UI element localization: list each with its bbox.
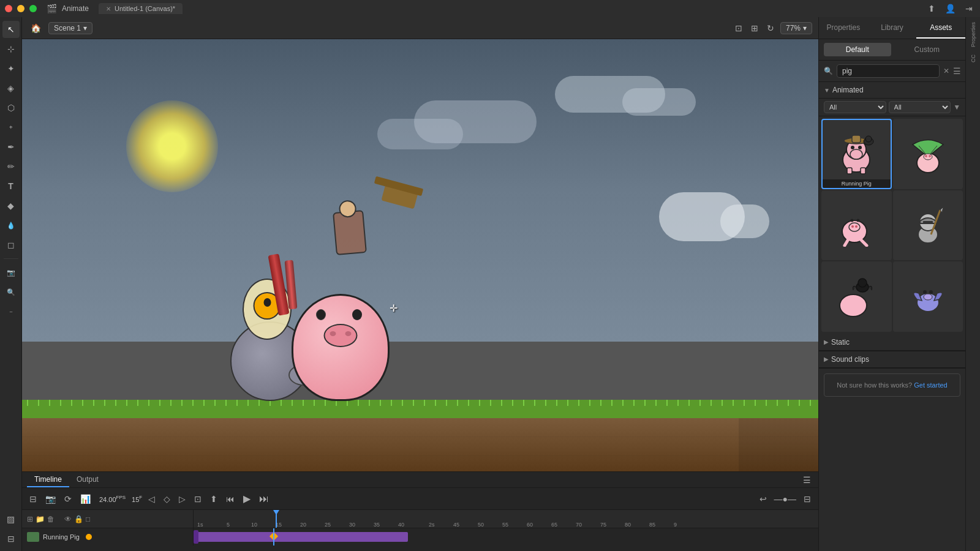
zoom-out-icon[interactable]: ⊟ [801, 493, 813, 505]
list-view-icon[interactable]: ☰ [953, 66, 961, 76]
sound-section-header[interactable]: ▶ Sound clips [819, 351, 965, 368]
prev-keyframe-icon[interactable]: ◁ [146, 493, 157, 505]
maximize-button[interactable] [29, 5, 37, 12]
export-tl-icon[interactable]: ⬆ [208, 493, 220, 505]
search-input[interactable] [837, 64, 940, 78]
default-toggle[interactable]: Default [824, 43, 891, 56]
tab-bar: ✕ Untitled-1 (Canvas)* [99, 3, 183, 14]
get-started-link[interactable]: Get started [914, 381, 947, 389]
layer-icon1[interactable]: ▨ [2, 511, 20, 528]
tab-close[interactable]: ✕ [106, 6, 111, 12]
chart-icon[interactable]: 📊 [78, 493, 93, 505]
delete-layer-icon[interactable]: 🗑 [47, 515, 55, 523]
main-layout: ↖ ⊹ ✦ ◈ ⬡ ⌖ ✒ ✏ T ◆ 💧 ◻ 📷 🔍 ··· ▨ ⊟ 🏠 Sc… [0, 17, 980, 551]
layer-icon2[interactable]: ⊟ [2, 530, 20, 547]
lock-icon[interactable]: 🔒 [74, 515, 83, 523]
3d-tool[interactable]: ⬡ [2, 99, 20, 116]
next-keyframe-icon[interactable]: ▷ [176, 493, 188, 505]
gradient-tool[interactable]: ◈ [2, 80, 20, 97]
pencil-tool[interactable]: ✏ [2, 158, 20, 175]
camera-tl-icon[interactable]: 📷 [43, 493, 58, 505]
cc-edge-icon[interactable]: CC [970, 54, 976, 62]
layers-icon[interactable]: ⊟ [27, 493, 39, 505]
rewind-icon[interactable]: ⏮ [224, 493, 237, 505]
home-icon[interactable]: 🏠 [28, 22, 43, 34]
track-bar[interactable] [194, 532, 408, 542]
sound-section: ▶ Sound clips [819, 351, 965, 369]
svg-point-32 [840, 294, 867, 317]
animated-section-title: Animated [832, 86, 864, 94]
eyedropper-tool[interactable]: 💧 [2, 217, 20, 234]
tab-properties[interactable]: Properties [819, 17, 868, 39]
zoom-dropdown-icon: ▾ [803, 24, 807, 32]
scene-selector[interactable]: Scene 1 ▾ [48, 22, 92, 34]
slider-icon[interactable]: —●— [772, 493, 799, 505]
add-keyframe-icon[interactable]: ◇ [161, 493, 173, 505]
timeline-track-area: ⊞ 📁 🗑 👁 🔒 □ 1s 5 10 [22, 510, 818, 551]
tab-output[interactable]: Output [69, 473, 106, 487]
fill-tool[interactable]: ◆ [2, 197, 20, 214]
snap-tl-icon[interactable]: ⊡ [192, 493, 204, 505]
camera-tool[interactable]: 📷 [2, 264, 20, 281]
rotate-icon[interactable]: ↻ [764, 22, 777, 34]
app-name: Animate [62, 4, 89, 13]
more-tools[interactable]: ··· [2, 303, 20, 320]
properties-edge-icon[interactable]: Properties [970, 22, 976, 47]
track-start-marker [194, 530, 198, 544]
svg-point-39 [929, 290, 933, 294]
undo-icon[interactable]: ↩ [757, 493, 769, 505]
filter-select-2[interactable]: All [889, 101, 951, 113]
tab-assets[interactable]: Assets [916, 17, 965, 39]
cloud-2 [622, 88, 696, 116]
svg-point-20 [849, 223, 860, 231]
text-tool[interactable]: T [2, 178, 20, 195]
filter-select-1[interactable]: All [824, 101, 886, 113]
document-tab[interactable]: ✕ Untitled-1 (Canvas)* [99, 3, 183, 14]
close-button[interactable] [5, 5, 12, 12]
share-icon[interactable]: ⬆ [925, 2, 938, 15]
select-tool[interactable]: ↖ [2, 21, 20, 38]
fps-value: 24.00FPS [99, 495, 126, 503]
lasso-tool[interactable]: ⌖ [2, 119, 20, 136]
tab-library[interactable]: Library [868, 17, 917, 39]
play-loop-icon[interactable]: ⏭ [257, 492, 271, 506]
grid-icon[interactable]: ⊞ [748, 22, 761, 34]
outline-icon[interactable]: □ [86, 515, 90, 523]
new-folder-icon[interactable]: 📁 [36, 515, 45, 523]
svg-point-22 [857, 219, 860, 222]
layer-thumbnail [27, 532, 39, 542]
track-content[interactable] [194, 528, 818, 545]
snap-icon[interactable]: ⊡ [733, 22, 745, 34]
animated-section-header[interactable]: ▼ Animated [819, 82, 965, 99]
asset-pig-6[interactable] [893, 261, 963, 332]
expand-icon[interactable]: ⇥ [963, 2, 975, 15]
custom-toggle[interactable]: Custom [894, 43, 961, 56]
asset-pig-4[interactable] [893, 190, 963, 261]
canvas-area[interactable]: ✛ [22, 39, 818, 471]
asset-pig-5[interactable] [821, 261, 892, 332]
static-section-header[interactable]: ▶ Static [819, 334, 965, 351]
eraser-tool[interactable]: ◻ [2, 236, 20, 253]
pen-tool[interactable]: ✒ [2, 138, 20, 156]
pig-svg-4 [907, 204, 949, 247]
zoom-control[interactable]: 77% ▾ [780, 22, 812, 34]
timeline-menu-icon[interactable]: ☰ [801, 474, 813, 486]
asset-pig-2[interactable] [893, 119, 963, 189]
subselect-tool[interactable]: ✦ [2, 60, 20, 77]
svg-point-2 [850, 149, 862, 159]
zoom-tool[interactable]: 🔍 [2, 283, 20, 301]
play-icon[interactable]: ▶ [241, 492, 253, 506]
pig-eye-right [352, 309, 362, 320]
pig-svg-2 [907, 132, 949, 175]
loop-icon[interactable]: ⟳ [62, 493, 74, 505]
transform-tool[interactable]: ⊹ [2, 40, 20, 58]
asset-pig-3[interactable] [821, 190, 892, 261]
clear-search-icon[interactable]: ✕ [943, 67, 949, 75]
visibility-icon[interactable]: 👁 [64, 515, 72, 523]
filter-icon[interactable]: ▼ [953, 103, 960, 111]
profile-icon[interactable]: 👤 [943, 2, 958, 15]
tab-timeline[interactable]: Timeline [27, 473, 69, 487]
asset-running-pig[interactable]: Running Pig [821, 119, 892, 189]
new-layer-icon[interactable]: ⊞ [27, 515, 33, 523]
minimize-button[interactable] [17, 5, 24, 12]
